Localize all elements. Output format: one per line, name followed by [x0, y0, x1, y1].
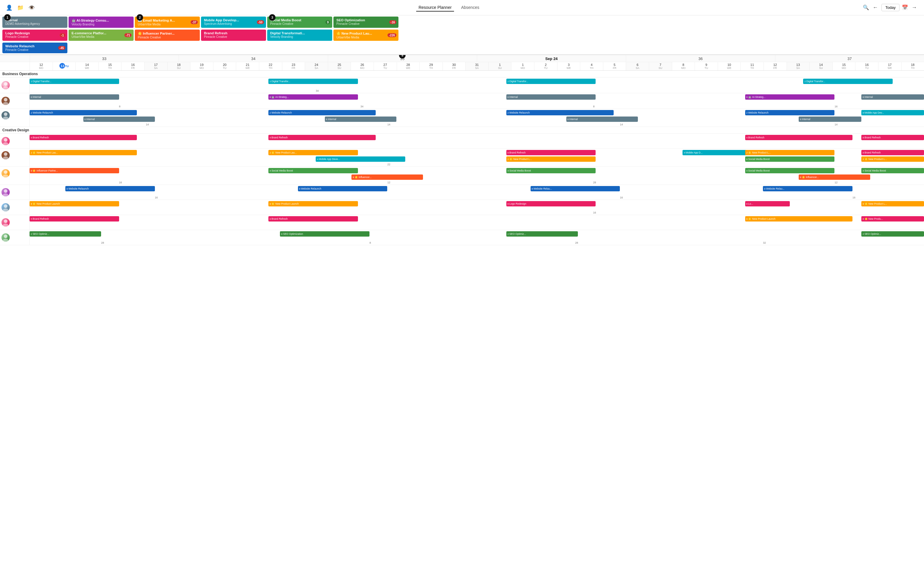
task-social-w36[interactable]: 4Social Media Boost	[745, 168, 835, 173]
project-card-influencer[interactable]: 🌟 Influencer Partner... Pinnacle Creativ…	[135, 30, 200, 41]
task-internal-w34b[interactable]: 8Internal	[325, 117, 396, 122]
task-internal-w36b[interactable]: 8Internal	[799, 117, 861, 122]
task-seo-w37[interactable]: 2SEO Optimiz...	[861, 231, 924, 236]
num-14d: 14	[835, 123, 837, 126]
project-card-seo[interactable]: SEO Optimization Pinnacle Creative -16	[333, 17, 398, 28]
task-internal-w37[interactable]: 8Internal	[861, 94, 924, 100]
card-sub-website: Pinnacle Creative	[5, 48, 64, 51]
rright-c5: 8🌟 New Product Launch 8🌟 New Product Lau…	[30, 200, 924, 215]
task-npl-w33[interactable]: 8🌟 New Product Launch	[30, 201, 119, 207]
project-card-email[interactable]: 2 📧 Email Marketing A... UrbanVibe Media…	[135, 17, 200, 28]
task-webrel-w36[interactable]: 8Website Relau...	[763, 186, 853, 191]
dh-s10: 10WE	[718, 62, 741, 70]
task-npl-w37[interactable]: 8🌟 New Product L...	[861, 201, 924, 207]
person-icon[interactable]: 👤	[6, 5, 12, 11]
task-digital-w36[interactable]: 2Digital Transfor...	[803, 79, 893, 84]
task-digital-w33[interactable]: 2Digital Transfor...	[30, 79, 119, 84]
project-card-social[interactable]: 3 Social Media Boost Pinnacle Creative 9	[267, 17, 332, 28]
project-card-digital[interactable]: Digital Transformati... Velocity Brandin…	[267, 30, 332, 41]
num-28b: 28	[101, 241, 104, 244]
task-brand-w35[interactable]: 8Brand Refresh	[507, 150, 596, 155]
creative-row-1: 4Brand Refresh 4Brand Refresh 4Brand Ref…	[0, 134, 924, 149]
task-newprod-w33[interactable]: 2🌟 New Product Lau...	[30, 150, 137, 155]
folder-icon[interactable]: 📁	[17, 5, 24, 11]
task-webrel-w34[interactable]: 8Website Relaunch	[298, 186, 388, 191]
rright-c7: 2SEO Optimiz... 28 8SEO Optimization 8 2…	[30, 230, 924, 245]
week-33: 33	[30, 55, 178, 62]
task-webrel-w35[interactable]: 8Website Relau...	[531, 186, 620, 191]
avatar-c1	[2, 137, 10, 145]
card-sub-logo: Pinnacle Creative	[5, 35, 64, 38]
task-newprod-w37[interactable]: 2🌟 New Product L...	[861, 157, 924, 162]
task-br2-w34[interactable]: 8Brand Refresh	[268, 216, 358, 222]
task-seo-w35[interactable]: 2SEO Optimiz...	[507, 231, 578, 236]
calendar-scroll-area[interactable]: 33 34 5 35 Sep 24 36 37 12MO 13TU 14WE 1…	[0, 55, 924, 582]
dh-13: 13TU	[53, 62, 76, 70]
task-npl2-w36[interactable]: 8🌟 New Product Launch	[745, 216, 853, 222]
dh-s6: 6SA	[626, 62, 649, 70]
task-brand-w36[interactable]: 4Brand Refresh	[745, 135, 853, 140]
task-influencer-w36[interactable]: 8🌟 Influencer...	[799, 174, 870, 180]
task-social-w35[interactable]: 4Social Media Boost	[507, 168, 596, 173]
tab-absences[interactable]: Absences	[459, 4, 482, 12]
project-card-website[interactable]: Website Relaunch Pinnacle Creative -45	[2, 43, 68, 53]
today-button[interactable]: Today	[881, 4, 899, 11]
task-brand-w37[interactable]: 8Brand Refresh	[861, 135, 924, 140]
task-brand-w37[interactable]: 8Brand Refresh	[861, 150, 924, 155]
task-brand-w33[interactable]: 4Brand Refresh	[30, 135, 137, 140]
project-card-logo[interactable]: Logo Redesign Pinnacle Creative -1	[2, 30, 68, 41]
task-mobile-w36[interactable]: 4Mobile App D...	[683, 150, 754, 155]
task-digital-w34[interactable]: 2Digital Transfor...	[268, 79, 358, 84]
task-logo-w36[interactable]: 8Lo...	[745, 201, 790, 207]
tab-resource-planner[interactable]: Resource Planner	[416, 4, 454, 12]
zoom-icon[interactable]: 🔍	[863, 5, 869, 11]
task-influencer-w33[interactable]: 8🌟 Influencer Partne...	[30, 168, 119, 173]
prev-button[interactable]: ←	[871, 3, 879, 12]
task-internal-w33b[interactable]: 8Internal	[83, 117, 155, 122]
task-npl-w34[interactable]: 8🌟 New Product Launch	[268, 201, 358, 207]
project-card-newproduct[interactable]: 🌟 New Product Lau... UrbanVibe Media -22…	[333, 30, 398, 41]
task-influencer-w34[interactable]: 8🌟 Influencer...	[351, 174, 423, 180]
task-ai-w36[interactable]: 8🤖 AI-Strateg...	[745, 94, 835, 100]
project-card-ai[interactable]: 🤖 AI-Strategy Consu... Velocity Branding	[69, 17, 134, 28]
task-internal-w33[interactable]: 8Internal	[30, 94, 119, 100]
task-social-w37[interactable]: 4Social Media Boost	[861, 168, 924, 173]
num-16a: 16	[835, 105, 837, 108]
dh-23: 23FR	[282, 62, 305, 70]
task-internal-w35[interactable]: 8Internal	[507, 94, 596, 100]
task-mobile-w37[interactable]: 8Mobile App Dev...	[861, 110, 924, 115]
calendar-icon[interactable]: 📅	[902, 5, 908, 11]
rright-c2: 2🌟 New Product Lau... 2🌟 New Product Lau…	[30, 149, 924, 167]
week-sep24: Sep 24	[477, 55, 626, 62]
project-card-ecomm[interactable]: E-commerce Platfor... UrbanVibe Media -7…	[69, 30, 134, 41]
task-logo-w35[interactable]: 8Logo Redesign	[507, 201, 596, 207]
task-ai-w34[interactable]: 8🤖 AI-Strateg...	[268, 94, 358, 100]
task-seo-w34[interactable]: 8SEO Optimization	[280, 231, 370, 236]
card-sub-ecomm: UrbanVibe Media	[71, 35, 130, 38]
task-br2-w33[interactable]: 5Brand Refresh	[30, 216, 119, 222]
next-button[interactable]: →	[911, 3, 918, 12]
task-social-w36[interactable]: 8Social Media Boost	[745, 157, 835, 162]
task-website-w36[interactable]: 2Website Relaunch	[745, 110, 835, 115]
task-seo-w33[interactable]: 2SEO Optimiz...	[30, 231, 101, 236]
eye-off-icon[interactable]: 👁️	[28, 5, 35, 11]
header-left: 👤 📁 👁️	[6, 5, 35, 11]
task-internal-w35b[interactable]: 8Internal	[566, 117, 638, 122]
task-mobile-w34[interactable]: 4Mobile App Deve...	[316, 157, 405, 162]
project-card-brand[interactable]: Brand Refresh Pinnacle Creative	[201, 30, 266, 41]
task-newprod-w36[interactable]: 2🌟 New Product L...	[745, 150, 835, 155]
task-digital-w35[interactable]: 2Digital Transfor...	[507, 79, 596, 84]
card-sub-mobile: Spectrum Advertising	[204, 22, 263, 25]
task-webrel-w33[interactable]: 8Website Relaunch	[65, 186, 155, 191]
task-website-w34[interactable]: 2Website Relaunch	[268, 110, 376, 115]
task-brand-w34[interactable]: 4Brand Refresh	[268, 135, 376, 140]
task-newprod-w34[interactable]: 2🌟 New Product Lau...	[268, 150, 358, 155]
rleft-c6	[0, 215, 30, 230]
project-card-mobile[interactable]: Mobile App Develop... Spectrum Advertisi…	[201, 17, 266, 28]
task-newprod-w35[interactable]: 2🌟 New Product L...	[507, 157, 596, 162]
task-website-w35[interactable]: 2Website Relaunch	[507, 110, 614, 115]
project-card-internal[interactable]: 1 Internal DEMO Advertising Agency	[2, 17, 68, 28]
task-social-w34[interactable]: 4Social Media Boost	[268, 168, 358, 173]
task-br2-w37[interactable]: 8🌟 New Produ...	[861, 216, 924, 222]
task-website-w33[interactable]: 2Website Relaunch	[30, 110, 137, 115]
